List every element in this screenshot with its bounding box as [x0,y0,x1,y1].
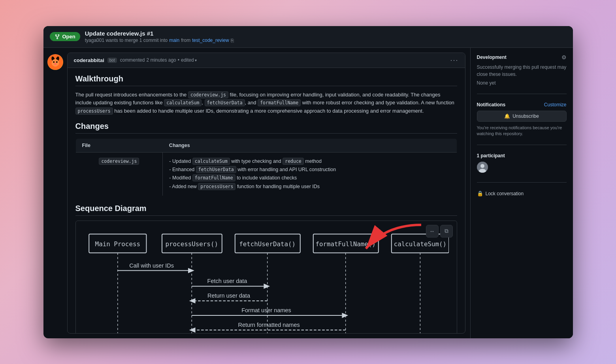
development-label: Development [477,55,507,60]
code-fetchuserdata-2: fetchUserData [196,166,236,173]
actor-calculatesum: calculateSum() [394,240,446,247]
svg-point-6 [54,63,57,64]
main-comment-panel: coderabbitai bot commented 2 minutes ago… [67,53,465,334]
lock-icon: 🔒 [477,190,483,196]
pr-badge-label: Open [62,34,75,40]
copy-branch-icon[interactable]: ⎘ [231,38,234,43]
expand-diagram-button[interactable]: ↔ [426,225,439,238]
sequence-diagram-section: Sequence Diagram [75,204,457,333]
lock-label: Lock conversation [486,191,524,196]
col-changes: Changes [163,138,457,152]
code-formatfullname: formatFullName [258,99,301,106]
walkthrough-section: Walkthrough The pull request introduces … [75,74,457,115]
comment-action: commented [120,57,145,63]
participants-section: 1 participant [477,153,567,183]
development-section: Development ⚙ Successfully merging this … [477,54,567,94]
coderabbit-logo [48,55,63,70]
dropdown-chevron-icon: ▾ [195,58,197,62]
notifications-desc: You're receiving notifications because y… [477,125,567,137]
gear-icon[interactable]: ⚙ [561,54,567,60]
merging-text: Successfully merging this pull request m… [477,64,567,78]
changes-heading: Changes [75,122,457,134]
lock-section: 🔒 Lock conversation [477,190,567,204]
svg-point-24 [480,164,484,168]
change-line-4: - Added new processUsers function for ha… [169,183,450,191]
code-formatfullname-2: formatFullName [192,174,235,181]
participant-avatar [477,162,488,173]
bot-avatar [47,54,63,70]
code-reduce: reduce [283,158,304,165]
diagram-controls: ↔ ⧉ [426,225,453,238]
copy-diagram-button[interactable]: ⧉ [440,225,453,238]
top-bar: Open Update codereview.js #1 tyaga001 wa… [43,26,573,48]
comment-author-name: coderabbitai [74,57,104,63]
notifications-section: Notifications Customize 🔔 Unsubscribe Yo… [477,102,567,145]
avatar-column [43,48,67,338]
pr-title-area: Update codereview.js #1 tyaga001 wants t… [85,30,234,43]
git-merge-icon [55,34,60,40]
msg-2: Fetch user data [207,278,247,284]
pr-subtitle-from: from [181,38,190,43]
changes-table: File Changes codereview.js - Updated cal… [75,138,457,196]
pr-subtitle: tyaga001 wants to merge 1 commit into ma… [85,38,234,43]
arrow-5 [189,327,195,332]
pr-subtitle-prefix: tyaga001 wants to merge 1 commit into [85,38,168,43]
code-calculatesum-2: calculateSum [192,158,230,165]
comment-header: coderabbitai bot commented 2 minutes ago… [68,53,465,68]
changes-section: Changes File Changes codereview.js [75,122,457,196]
change-line-3: - Modified formatFullName to include val… [169,174,450,182]
file-name: codereview.js [99,158,139,165]
development-section-header: Development ⚙ [477,54,567,60]
edited-dropdown[interactable]: edited ▾ [181,57,197,63]
walkthrough-text: The pull request introduces enhancements… [75,91,457,115]
edited-label: edited [181,57,194,63]
content-area: coderabbitai bot commented 2 minutes ago… [43,48,573,338]
svg-point-5 [56,61,57,63]
code-calculatesum: calculateSum [164,99,202,106]
sequence-diagram-heading: Sequence Diagram [75,204,457,216]
actor-formatfullname: formatFullName() [315,240,375,247]
comment-author-area: coderabbitai bot commented 2 minutes ago… [74,57,197,63]
msg-3: Return user data [207,292,250,299]
comment-meta: commented 2 minutes ago • edited ▾ [120,57,197,63]
main-window: Open Update codereview.js #1 tyaga001 wa… [43,26,573,338]
bell-icon: 🔔 [504,113,510,119]
notifications-label: Notifications [477,102,506,108]
sequence-diagram-svg: Main Process processUsers() fetchUserDat… [84,229,449,333]
sequence-diagram-container: ↔ ⧉ Main Process processUsers() [75,221,457,333]
change-line-1: - Updated calculateSum with type checkin… [169,157,450,166]
arrow-1 [188,268,194,273]
svg-point-4 [53,61,55,63]
pr-branch-main[interactable]: main [169,38,179,43]
actor-main-process: Main Process [95,240,140,247]
code-codereview-js: codereview.js [188,91,228,98]
msg-4: Format user names [241,307,291,313]
lock-conversation[interactable]: 🔒 Lock conversation [477,190,567,196]
table-row: codereview.js - Updated calculateSum wit… [75,152,457,196]
code-fetchuserdata: fetchUserData [205,99,245,106]
pr-status-badge: Open [50,32,80,41]
actor-fetchuserdata: fetchUserData() [239,240,296,247]
pr-title: Update codereview.js #1 [85,30,234,37]
col-file: File [75,138,163,152]
participants-count: 1 participant [477,153,567,158]
unsubscribe-label: Unsubscribe [512,113,539,119]
unsubscribe-button[interactable]: 🔔 Unsubscribe [477,111,567,122]
comment-more-actions[interactable]: ··· [450,56,458,64]
msg-5: Return formatted names [238,322,300,328]
actor-processusers: processUsers() [165,240,218,247]
msg-1: Call with user IDs [129,262,174,269]
comment-time: 2 minutes ago [146,57,176,63]
pr-branch-source[interactable]: test_code_review [192,38,229,43]
change-line-2: - Enhanced fetchUserData with error hand… [169,166,450,174]
customize-link[interactable]: Customize [544,102,567,108]
arrow-2 [264,283,270,289]
bot-badge: bot [107,58,117,63]
walkthrough-heading: Walkthrough [75,74,457,86]
code-processusers: processUsers [75,108,113,115]
none-yet-label: None yet [477,80,567,86]
arrow-3 [189,298,195,303]
arrow-4 [342,313,348,318]
svg-point-3 [51,59,59,66]
notifications-header: Notifications Customize [477,102,567,108]
